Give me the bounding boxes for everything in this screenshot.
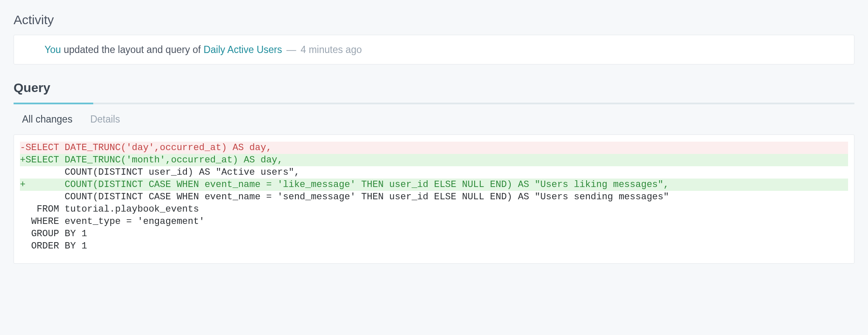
diff-line-ctx: ORDER BY 1 [20, 240, 848, 252]
activity-report-link[interactable]: Daily Active Users [203, 44, 282, 55]
page-root: Activity You updated the layout and quer… [0, 0, 868, 281]
diff-line-ctx: WHERE event_type = 'engagement' [20, 215, 848, 228]
activity-actor-link[interactable]: You [45, 44, 61, 55]
activity-action-text: updated the layout and query of [61, 44, 203, 55]
diff-line-ctx: FROM tutorial.playbook_events [20, 203, 848, 215]
diff-line-del: -SELECT DATE_TRUNC('day',occurred_at) AS… [20, 142, 848, 154]
tab-underline-fill [14, 103, 93, 104]
activity-entry: You updated the layout and query of Dail… [14, 35, 854, 64]
tab-underline [14, 103, 854, 104]
tab-details[interactable]: Details [90, 114, 120, 125]
diff-line-ctx: COUNT(DISTINCT user_id) AS "Active users… [20, 166, 848, 179]
activity-heading: Activity [14, 13, 854, 27]
activity-separator: — [284, 44, 299, 55]
diff-line-ctx: GROUP BY 1 [20, 228, 848, 240]
diff-line-add: + COUNT(DISTINCT CASE WHEN event_name = … [20, 179, 848, 191]
tab-all-changes[interactable]: All changes [22, 114, 72, 125]
query-diff: -SELECT DATE_TRUNC('day',occurred_at) AS… [14, 134, 854, 264]
diff-line-add: +SELECT DATE_TRUNC('month',occurred_at) … [20, 154, 848, 166]
diff-line-ctx: COUNT(DISTINCT CASE WHEN event_name = 's… [20, 191, 848, 203]
activity-timestamp: 4 minutes ago [300, 44, 362, 55]
diff-tabs: All changes Details [14, 104, 854, 134]
query-heading: Query [14, 81, 854, 95]
